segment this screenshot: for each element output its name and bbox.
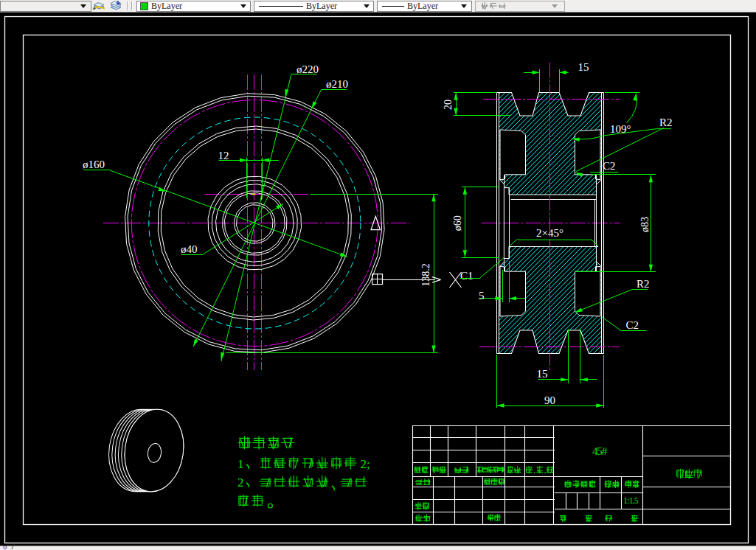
svg-text:20: 20	[443, 100, 454, 110]
svg-text:5: 5	[479, 290, 485, 302]
svg-text:C1: C1	[460, 270, 474, 282]
svg-text:,: ,	[544, 466, 547, 474]
svg-text:1:1.5: 1:1.5	[623, 496, 638, 505]
svg-text:ø60: ø60	[453, 215, 464, 231]
svg-text:ø83: ø83	[639, 217, 651, 232]
svg-text:C2: C2	[603, 160, 616, 172]
svg-text:R2: R2	[637, 278, 650, 290]
svg-text:15: 15	[537, 368, 548, 380]
svg-text:138.2: 138.2	[420, 263, 431, 287]
svg-text:R2: R2	[659, 116, 673, 128]
svg-text:90: 90	[544, 394, 555, 406]
svg-text:2: 2	[237, 476, 244, 490]
svg-text:,: ,	[534, 466, 536, 474]
svg-text:C2: C2	[626, 319, 639, 331]
svg-text:ø210: ø210	[326, 78, 348, 90]
svg-text:2×45°: 2×45°	[536, 227, 563, 239]
svg-text:1: 1	[237, 457, 244, 471]
svg-text:ø160: ø160	[83, 159, 105, 170]
svg-text:ø40: ø40	[181, 243, 198, 255]
svg-text:2;: 2;	[360, 457, 370, 471]
svg-text:15: 15	[578, 61, 589, 73]
svg-text:ø220: ø220	[296, 63, 319, 75]
svg-text:12: 12	[218, 150, 229, 161]
svg-text:45#: 45#	[592, 445, 608, 457]
